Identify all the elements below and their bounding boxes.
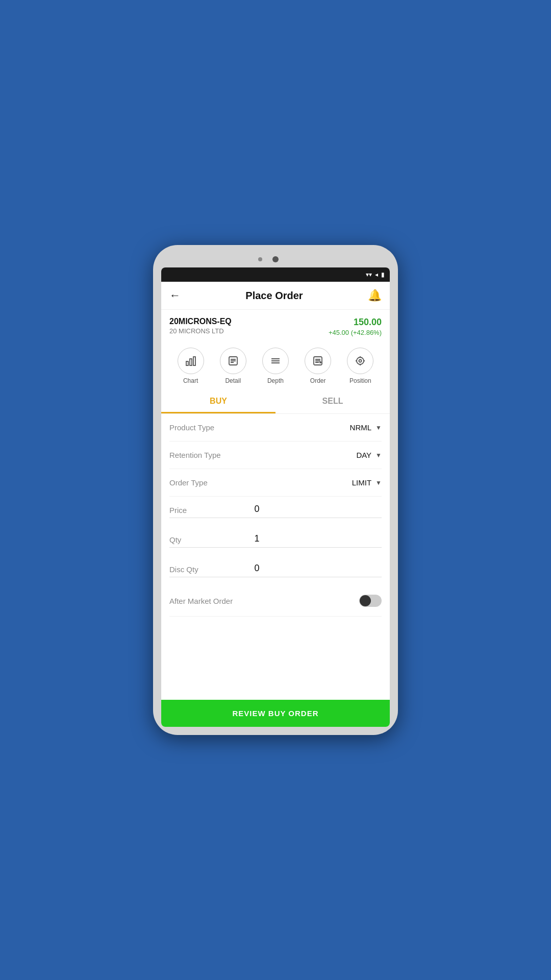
- order-button[interactable]: Order: [305, 348, 331, 384]
- order-type-label: Order Type: [169, 478, 208, 487]
- order-type-row: Order Type LIMIT ▼: [169, 469, 382, 497]
- toggle-track[interactable]: [359, 595, 382, 607]
- svg-point-14: [319, 361, 321, 363]
- phone-top: [161, 253, 390, 267]
- price-label: Price: [169, 506, 187, 514]
- toggle-knob: [360, 595, 371, 606]
- position-button[interactable]: Position: [347, 348, 373, 384]
- phone-shell: ▾▾ ◂ ▮ ← Place Order 🔔 20MICRONS-EQ 20 M…: [153, 245, 398, 735]
- phone-screen: ▾▾ ◂ ▮ ← Place Order 🔔 20MICRONS-EQ 20 M…: [161, 267, 390, 727]
- after-market-label: After Market Order: [169, 597, 233, 605]
- qty-input[interactable]: [254, 533, 382, 544]
- svg-rect-0: [186, 361, 188, 365]
- retention-type-dropdown[interactable]: DAY ▼: [356, 451, 382, 459]
- qty-row: Qty: [169, 526, 382, 548]
- retention-type-label: Retention Type: [169, 451, 221, 459]
- chart-icon: [178, 348, 204, 374]
- page-title: Place Order: [245, 290, 303, 302]
- battery-icon: ▮: [381, 271, 385, 278]
- chart-label: Chart: [183, 377, 198, 384]
- position-label: Position: [349, 377, 371, 384]
- form-area: Product Type NRML ▼ Retention Type DAY ▼…: [161, 414, 390, 700]
- product-type-value: NRML: [350, 423, 372, 432]
- speaker-dot: [258, 257, 262, 261]
- chart-button[interactable]: Chart: [178, 348, 204, 384]
- stock-change: +45.00 (+42.86%): [329, 329, 382, 336]
- retention-type-arrow: ▼: [375, 452, 382, 459]
- stock-symbol: 20MICRONS-EQ: [169, 317, 232, 326]
- status-bar: ▾▾ ◂ ▮: [161, 267, 390, 282]
- order-type-arrow: ▼: [375, 479, 382, 486]
- position-icon: [347, 348, 373, 374]
- order-type-dropdown[interactable]: LIMIT ▼: [352, 478, 382, 487]
- svg-rect-2: [193, 357, 195, 365]
- stock-name: 20 MICRONS LTD: [169, 327, 232, 335]
- price-input[interactable]: [254, 504, 382, 514]
- wifi-icon: ▾▾: [366, 271, 372, 278]
- retention-type-value: DAY: [356, 451, 371, 459]
- detail-label: Detail: [225, 377, 241, 384]
- bell-icon[interactable]: 🔔: [368, 289, 382, 302]
- product-type-row: Product Type NRML ▼: [169, 414, 382, 442]
- nav-bar: ← Place Order 🔔: [161, 282, 390, 310]
- qty-label: Qty: [169, 535, 181, 544]
- svg-point-15: [357, 357, 364, 364]
- depth-label: Depth: [267, 377, 284, 384]
- svg-point-16: [359, 360, 362, 362]
- svg-rect-1: [190, 359, 192, 365]
- order-label: Order: [310, 377, 326, 384]
- depth-icon: [262, 348, 289, 374]
- stock-info: 20MICRONS-EQ 20 MICRONS LTD 150.00 +45.0…: [161, 310, 390, 341]
- after-market-row: After Market Order: [169, 585, 382, 617]
- depth-button[interactable]: Depth: [262, 348, 289, 384]
- tab-row: BUY SELL: [161, 390, 390, 414]
- review-buy-order-button[interactable]: REVIEW BUY ORDER: [161, 700, 390, 727]
- retention-type-row: Retention Type DAY ▼: [169, 442, 382, 469]
- order-icon: [305, 348, 331, 374]
- product-type-arrow: ▼: [375, 424, 382, 431]
- camera: [272, 256, 279, 262]
- tab-buy[interactable]: BUY: [161, 390, 276, 413]
- product-type-dropdown[interactable]: NRML ▼: [350, 423, 382, 432]
- after-market-toggle[interactable]: [359, 595, 382, 607]
- detail-icon: [220, 348, 246, 374]
- signal-icon: ◂: [375, 271, 378, 278]
- icon-row: Chart Detail: [161, 341, 390, 388]
- detail-button[interactable]: Detail: [220, 348, 246, 384]
- stock-price: 150.00: [329, 317, 382, 328]
- tab-sell[interactable]: SELL: [276, 390, 390, 413]
- disc-qty-row: Disc Qty: [169, 556, 382, 577]
- product-type-label: Product Type: [169, 423, 214, 432]
- disc-qty-label: Disc Qty: [169, 565, 198, 574]
- order-type-value: LIMIT: [352, 478, 371, 487]
- disc-qty-input[interactable]: [254, 563, 382, 574]
- back-button[interactable]: ←: [169, 289, 181, 302]
- price-row: Price: [169, 497, 382, 518]
